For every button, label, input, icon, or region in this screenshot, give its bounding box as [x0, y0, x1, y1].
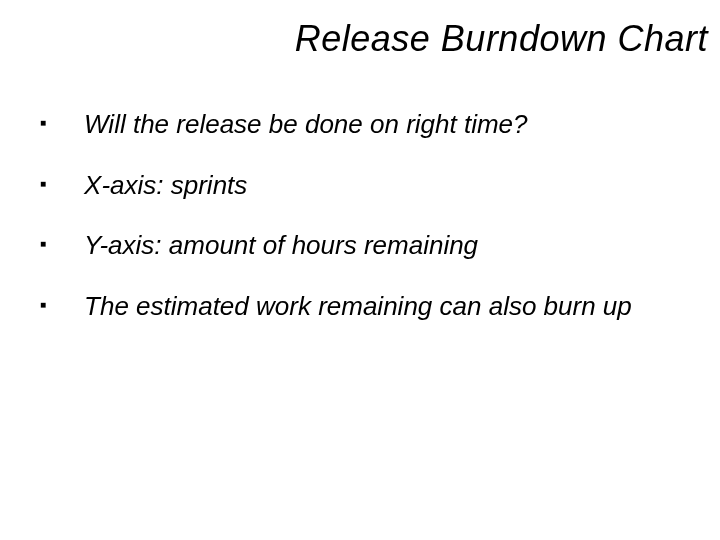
bullet-icon: ■: [40, 300, 46, 310]
list-item: ■ Y-axis: amount of hours remaining: [40, 229, 690, 262]
bullet-list: ■ Will the release be done on right time…: [40, 108, 690, 350]
bullet-text: X-axis: sprints: [84, 169, 247, 202]
list-item: ■ X-axis: sprints: [40, 169, 690, 202]
bullet-icon: ■: [40, 239, 46, 249]
slide-title: Release Burndown Chart: [295, 18, 708, 60]
bullet-text: Will the release be done on right time?: [84, 108, 527, 141]
bullet-icon: ■: [40, 118, 46, 128]
list-item: ■ The estimated work remaining can also …: [40, 290, 690, 323]
bullet-text: Y-axis: amount of hours remaining: [84, 229, 478, 262]
bullet-icon: ■: [40, 179, 46, 189]
list-item: ■ Will the release be done on right time…: [40, 108, 690, 141]
bullet-text: The estimated work remaining can also bu…: [84, 290, 632, 323]
